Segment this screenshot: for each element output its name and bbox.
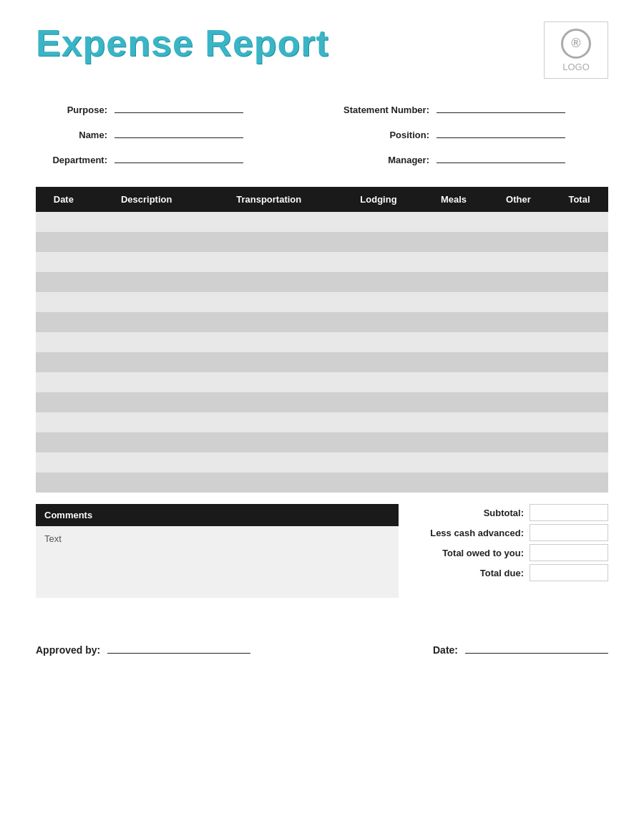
table-cell[interactable]: [336, 412, 421, 432]
table-cell[interactable]: [336, 252, 421, 272]
table-cell[interactable]: [36, 452, 92, 472]
table-row[interactable]: [36, 472, 608, 493]
table-cell[interactable]: [36, 432, 92, 452]
table-cell[interactable]: [487, 352, 550, 372]
table-cell[interactable]: [92, 372, 202, 392]
table-cell[interactable]: [36, 232, 92, 252]
table-cell[interactable]: [487, 392, 550, 412]
table-cell[interactable]: [421, 412, 487, 432]
table-cell[interactable]: [202, 292, 336, 312]
table-cell[interactable]: [202, 372, 336, 392]
table-row[interactable]: [36, 392, 608, 412]
table-cell[interactable]: [421, 452, 487, 472]
total-due-value[interactable]: [530, 564, 608, 581]
table-cell[interactable]: [487, 372, 550, 392]
table-cell[interactable]: [336, 472, 421, 493]
table-cell[interactable]: [487, 212, 550, 232]
table-cell[interactable]: [336, 432, 421, 452]
name-input[interactable]: [114, 125, 243, 138]
table-cell[interactable]: [202, 332, 336, 352]
table-cell[interactable]: [550, 292, 608, 312]
table-cell[interactable]: [202, 232, 336, 252]
table-cell[interactable]: [36, 272, 92, 292]
table-cell[interactable]: [421, 472, 487, 493]
table-cell[interactable]: [421, 212, 487, 232]
table-cell[interactable]: [550, 432, 608, 452]
table-cell[interactable]: [487, 252, 550, 272]
approved-by-input[interactable]: [107, 641, 250, 654]
table-cell[interactable]: [92, 232, 202, 252]
table-cell[interactable]: [202, 272, 336, 292]
table-row[interactable]: [36, 292, 608, 312]
table-cell[interactable]: [421, 432, 487, 452]
table-cell[interactable]: [421, 252, 487, 272]
table-cell[interactable]: [487, 472, 550, 493]
table-cell[interactable]: [421, 372, 487, 392]
table-cell[interactable]: [202, 252, 336, 272]
table-row[interactable]: [36, 332, 608, 352]
total-owed-value[interactable]: [530, 544, 608, 561]
table-cell[interactable]: [421, 392, 487, 412]
table-row[interactable]: [36, 312, 608, 332]
table-cell[interactable]: [36, 252, 92, 272]
table-cell[interactable]: [92, 272, 202, 292]
table-cell[interactable]: [336, 392, 421, 412]
table-cell[interactable]: [202, 312, 336, 332]
table-cell[interactable]: [92, 472, 202, 493]
manager-input[interactable]: [436, 150, 565, 163]
table-cell[interactable]: [92, 392, 202, 412]
comments-body[interactable]: Text: [36, 526, 399, 598]
table-cell[interactable]: [36, 372, 92, 392]
table-cell[interactable]: [550, 272, 608, 292]
table-cell[interactable]: [487, 452, 550, 472]
table-row[interactable]: [36, 232, 608, 252]
table-cell[interactable]: [487, 232, 550, 252]
table-cell[interactable]: [336, 312, 421, 332]
table-row[interactable]: [36, 372, 608, 392]
table-cell[interactable]: [487, 312, 550, 332]
table-cell[interactable]: [36, 212, 92, 232]
table-cell[interactable]: [550, 372, 608, 392]
position-input[interactable]: [436, 125, 565, 138]
table-cell[interactable]: [336, 452, 421, 472]
table-cell[interactable]: [92, 412, 202, 432]
table-cell[interactable]: [202, 472, 336, 493]
table-cell[interactable]: [36, 352, 92, 372]
table-cell[interactable]: [36, 392, 92, 412]
table-cell[interactable]: [336, 292, 421, 312]
table-cell[interactable]: [421, 232, 487, 252]
subtotal-value[interactable]: [530, 504, 608, 521]
table-cell[interactable]: [336, 212, 421, 232]
table-cell[interactable]: [421, 332, 487, 352]
table-cell[interactable]: [92, 332, 202, 352]
table-cell[interactable]: [550, 312, 608, 332]
table-row[interactable]: [36, 432, 608, 452]
table-cell[interactable]: [36, 412, 92, 432]
table-cell[interactable]: [36, 472, 92, 493]
purpose-input[interactable]: [114, 100, 243, 113]
table-cell[interactable]: [202, 412, 336, 432]
table-row[interactable]: [36, 452, 608, 472]
table-cell[interactable]: [487, 412, 550, 432]
department-input[interactable]: [114, 150, 243, 163]
table-cell[interactable]: [487, 292, 550, 312]
table-cell[interactable]: [550, 252, 608, 272]
table-cell[interactable]: [550, 392, 608, 412]
table-cell[interactable]: [336, 332, 421, 352]
table-cell[interactable]: [550, 472, 608, 493]
table-cell[interactable]: [202, 452, 336, 472]
table-cell[interactable]: [336, 352, 421, 372]
table-cell[interactable]: [421, 352, 487, 372]
table-cell[interactable]: [202, 212, 336, 232]
table-cell[interactable]: [421, 312, 487, 332]
date-input[interactable]: [465, 641, 608, 654]
table-cell[interactable]: [487, 432, 550, 452]
table-cell[interactable]: [36, 332, 92, 352]
table-cell[interactable]: [550, 232, 608, 252]
table-cell[interactable]: [92, 252, 202, 272]
table-cell[interactable]: [550, 412, 608, 432]
table-row[interactable]: [36, 272, 608, 292]
table-cell[interactable]: [92, 292, 202, 312]
table-cell[interactable]: [202, 392, 336, 412]
table-row[interactable]: [36, 212, 608, 232]
